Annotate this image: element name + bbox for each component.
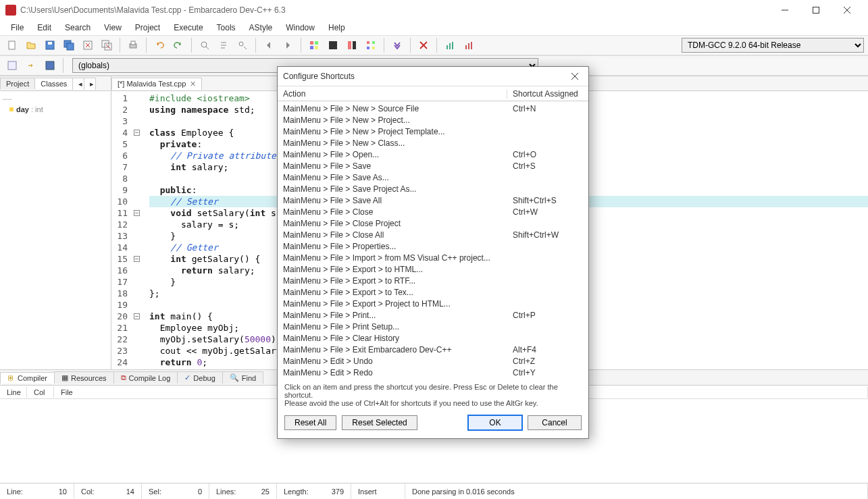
debug-icon[interactable] xyxy=(389,37,405,53)
maximize-button[interactable] xyxy=(800,0,832,20)
shortcut-row[interactable]: MainMenu > Edit > RedoCtrl+Y xyxy=(278,367,588,377)
goto-icon[interactable] xyxy=(23,57,39,74)
shortcut-row[interactable]: MainMenu > File > Save As... xyxy=(278,172,588,183)
close-all-icon[interactable] xyxy=(99,37,115,53)
close-tab-icon[interactable]: ✕ xyxy=(190,80,196,88)
rebuild-icon[interactable] xyxy=(363,37,379,53)
svg-rect-35 xyxy=(452,42,453,49)
find-icon[interactable] xyxy=(197,37,213,53)
save-all-icon[interactable] xyxy=(61,37,77,53)
svg-rect-25 xyxy=(348,41,351,49)
svg-line-14 xyxy=(106,45,110,49)
open-icon[interactable] xyxy=(23,37,39,53)
shortcut-row[interactable]: MainMenu > File > Open...Ctrl+O xyxy=(278,149,588,160)
tab-next-icon[interactable]: ▸ xyxy=(84,78,96,90)
shortcut-row[interactable]: MainMenu > Edit > UndoCtrl+Z xyxy=(278,355,588,367)
menu-file[interactable]: File xyxy=(4,21,30,34)
profile-icon[interactable] xyxy=(442,37,458,53)
shortcut-row[interactable]: MainMenu > File > New > Project... xyxy=(278,114,588,126)
svg-rect-38 xyxy=(471,42,472,49)
resources-icon: ▦ xyxy=(61,373,68,382)
svg-rect-8 xyxy=(67,43,74,50)
tab-prev-icon[interactable]: ◂ xyxy=(72,78,84,90)
col-action-header[interactable]: Action xyxy=(278,89,507,99)
col-col[interactable]: Col xyxy=(27,387,54,398)
shortcut-row[interactable]: MainMenu > File > New > Project Template… xyxy=(278,126,588,137)
tab-resources[interactable]: ▦Resources xyxy=(54,371,114,384)
close-button[interactable] xyxy=(832,0,863,20)
bookmark-icon[interactable] xyxy=(42,57,58,74)
tab-classes[interactable]: Classes xyxy=(34,78,73,89)
shortcut-row[interactable]: MainMenu > File > Export > to RTF... xyxy=(278,275,588,286)
menu-search[interactable]: Search xyxy=(58,21,97,34)
tree-node-day[interactable]: day : int xyxy=(9,105,108,113)
tab-compiler[interactable]: ⛨Compiler xyxy=(0,372,55,384)
col-shortcut-header[interactable]: Shortcut Assigned xyxy=(507,89,588,99)
back-icon[interactable] xyxy=(261,37,277,53)
compile-icon[interactable] xyxy=(306,37,322,53)
file-tab-label: [*] Malavida Test.cpp xyxy=(118,80,186,88)
shortcut-row[interactable]: MainMenu > File > Exit Embarcadero Dev-C… xyxy=(278,344,588,355)
menu-execute[interactable]: Execute xyxy=(167,21,209,34)
compiler-select[interactable]: TDM-GCC 9.2.0 64-bit Release xyxy=(682,38,864,53)
shortcut-row[interactable]: MainMenu > File > New > Class... xyxy=(278,137,588,149)
shortcut-row[interactable]: MainMenu > File > Export > to Tex... xyxy=(278,286,588,298)
svg-rect-39 xyxy=(8,61,16,70)
run-icon[interactable] xyxy=(325,37,341,53)
tab-project[interactable]: Project xyxy=(0,78,35,89)
svg-rect-16 xyxy=(131,41,135,45)
menu-project[interactable]: Project xyxy=(128,21,167,34)
undo-icon[interactable] xyxy=(151,37,168,53)
minimize-button[interactable] xyxy=(769,0,800,20)
menu-astyle[interactable]: AStyle xyxy=(242,21,280,34)
shortcut-row[interactable]: MainMenu > File > Clear History xyxy=(278,332,588,344)
reset-selected-button[interactable]: Reset Selected xyxy=(342,415,417,430)
shortcut-row[interactable]: MainMenu > File > Print...Ctrl+P xyxy=(278,309,588,321)
toolbar-main: TDM-GCC 9.2.0 64-bit Release xyxy=(0,35,868,55)
shortcut-row[interactable]: MainMenu > File > Save Project As... xyxy=(278,183,588,194)
stop-icon[interactable] xyxy=(415,37,432,53)
forward-icon[interactable] xyxy=(280,37,296,53)
shortcut-row[interactable]: MainMenu > File > Import > from MS Visua… xyxy=(278,252,588,263)
menu-edit[interactable]: Edit xyxy=(30,21,58,34)
shortcut-row[interactable]: MainMenu > File > Properties... xyxy=(278,240,588,252)
ok-button[interactable]: OK xyxy=(468,415,522,430)
tab-debug[interactable]: ✓Debug xyxy=(177,371,222,384)
shortcut-row[interactable]: MainMenu > File > Close AllShift+Ctrl+W xyxy=(278,229,588,240)
svg-rect-28 xyxy=(372,41,375,44)
redo-icon[interactable] xyxy=(170,37,186,53)
dialog-close-button[interactable] xyxy=(567,68,583,84)
menu-tools[interactable]: Tools xyxy=(210,21,242,34)
menu-help[interactable]: Help xyxy=(322,21,352,34)
menu-view[interactable]: View xyxy=(97,21,128,34)
shortcut-row[interactable]: MainMenu > File > Close Project xyxy=(278,217,588,229)
dialog-title: Configure Shortcuts xyxy=(283,72,355,81)
shortcut-row[interactable]: MainMenu > File > Print Setup... xyxy=(278,321,588,332)
svg-rect-40 xyxy=(46,61,54,70)
shortcut-row[interactable]: MainMenu > File > Save AllShift+Ctrl+S xyxy=(278,194,588,206)
menu-window[interactable]: Window xyxy=(279,21,322,34)
shortcut-row[interactable]: MainMenu > File > Export > Project to HT… xyxy=(278,298,588,309)
class-tree[interactable]: ┈┈ day : int xyxy=(0,91,111,369)
shortcut-row[interactable]: MainMenu > File > Export > to HTML... xyxy=(278,263,588,275)
print-icon[interactable] xyxy=(125,37,141,53)
file-tab-malavida[interactable]: [*] Malavida Test.cpp ✕ xyxy=(111,78,202,90)
shortcut-row[interactable]: MainMenu > File > CloseCtrl+W xyxy=(278,206,588,217)
status-bar: Line:10 Col:14 Sel:0 Lines:25 Length:379… xyxy=(0,483,868,499)
replace-icon[interactable] xyxy=(215,37,232,53)
shortcut-row[interactable]: MainMenu > File > New > Source FileCtrl+… xyxy=(278,103,588,114)
new-class-icon[interactable] xyxy=(4,57,20,74)
new-file-icon[interactable] xyxy=(4,37,20,53)
save-icon[interactable] xyxy=(42,37,58,53)
reset-all-button[interactable]: Reset All xyxy=(284,415,336,430)
close-file-icon[interactable] xyxy=(80,37,96,53)
cancel-button[interactable]: Cancel xyxy=(528,415,582,430)
tab-find-results[interactable]: 🔍Find xyxy=(222,371,263,384)
compile-run-icon[interactable] xyxy=(344,37,360,53)
shortcut-list[interactable]: MainMenu > File > New > Source FileCtrl+… xyxy=(278,101,588,377)
col-line[interactable]: Line xyxy=(0,387,27,398)
find-next-icon[interactable] xyxy=(234,37,251,53)
tab-compile-log[interactable]: ⧉Compile Log xyxy=(113,371,178,384)
profile-delete-icon[interactable] xyxy=(461,37,477,53)
shortcut-row[interactable]: MainMenu > File > SaveCtrl+S xyxy=(278,160,588,172)
